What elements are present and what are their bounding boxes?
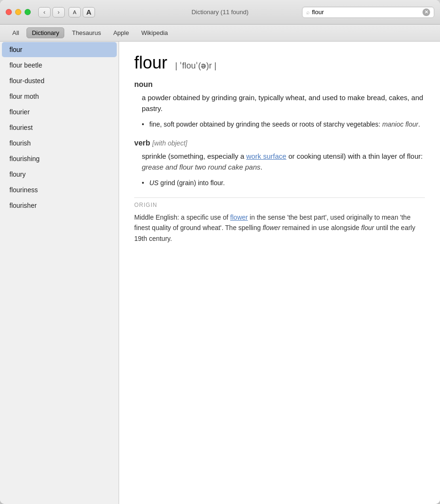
definition-noun-bullet: fine, soft powder obtained by grinding t… [149, 120, 425, 129]
sidebar-item-flour-beetle[interactable]: flour beetle [2, 58, 117, 73]
definition-verb-bullet: US grind (grain) into flour. [149, 178, 425, 188]
traffic-lights [6, 9, 31, 15]
forward-button[interactable]: › [52, 7, 65, 17]
pos-verb: verb [with object] [134, 139, 425, 147]
main-area: flour flour beetle flour-dusted flour mo… [0, 42, 440, 504]
origin-text: Middle English: a specific use of flower… [134, 212, 425, 244]
origin-label: ORIGIN [134, 202, 425, 208]
word-title: flour [134, 53, 167, 72]
noun-section: noun a powder obtained by grinding grain… [134, 80, 425, 129]
sidebar-item-flouriness[interactable]: flouriness [2, 182, 117, 197]
search-box: ⌕ ✕ [302, 7, 434, 18]
minimize-button[interactable] [15, 9, 21, 15]
clear-search-button[interactable]: ✕ [423, 9, 430, 16]
font-size-buttons: A A [69, 7, 95, 17]
titlebar: ‹ › A A Dictionary (11 found) ⌕ ✕ [0, 0, 440, 25]
tab-dictionary[interactable]: Dictionary [26, 27, 64, 38]
origin-section: ORIGIN Middle English: a specific use of… [134, 202, 425, 244]
tab-wikipedia[interactable]: Wikipedia [137, 28, 173, 38]
tab-all[interactable]: All [8, 28, 24, 38]
example-grease: grease and flour two round cake pans [142, 163, 260, 171]
word-header: flour | ˈflouˈ(ə)r | [134, 53, 425, 73]
us-label: US [149, 179, 158, 187]
tab-apple[interactable]: Apple [109, 28, 134, 38]
definition-noun-main: a powder obtained by grinding grain, typ… [142, 93, 425, 114]
sidebar-item-flour-dusted[interactable]: flour-dusted [2, 73, 117, 88]
window-title: Dictionary (11 found) [191, 9, 249, 16]
example-manioc: manioc flour [382, 120, 418, 128]
sidebar-item-flouriest[interactable]: flouriest [2, 120, 117, 135]
sidebar-item-flour-moth[interactable]: flour moth [2, 89, 117, 104]
definition-verb-main: sprinkle (something, especially a work s… [142, 151, 425, 172]
origin-flour-italic: flour [361, 224, 374, 231]
verb-section: verb [with object] sprinkle (something, … [134, 139, 425, 188]
pos-noun: noun [134, 80, 425, 89]
qualifier-with-object: [with object] [152, 139, 187, 147]
search-input[interactable] [312, 9, 423, 16]
search-wrapper: ⌕ ✕ [302, 7, 434, 18]
content-area: flour | ˈflouˈ(ə)r | noun a powder obtai… [119, 42, 440, 504]
close-button[interactable] [6, 9, 12, 15]
sidebar-item-floury[interactable]: floury [2, 167, 117, 182]
sidebar-item-flourishing[interactable]: flourishing [2, 151, 117, 166]
back-button[interactable]: ‹ [38, 7, 51, 17]
tab-thesaurus[interactable]: Thesaurus [67, 28, 105, 38]
origin-flower-italic: flower [263, 224, 280, 231]
sidebar: flour flour beetle flour-dusted flour mo… [0, 42, 119, 504]
sidebar-item-flour[interactable]: flour [2, 42, 117, 57]
section-divider [134, 197, 425, 198]
font-increase-button[interactable]: A [83, 7, 95, 17]
sidebar-item-flourish[interactable]: flourish [2, 136, 117, 151]
word-pronunciation: | ˈflouˈ(ə)r | [175, 61, 216, 70]
search-icon: ⌕ [306, 9, 310, 16]
tabs-bar: All Dictionary Thesaurus Apple Wikipedia [0, 25, 440, 42]
nav-buttons: ‹ › [38, 7, 65, 17]
font-decrease-button[interactable]: A [69, 7, 81, 17]
maximize-button[interactable] [25, 9, 31, 15]
link-work-surface[interactable]: work surface [246, 152, 286, 160]
sidebar-item-flourisher[interactable]: flourisher [2, 198, 117, 213]
sidebar-item-flourier[interactable]: flourier [2, 104, 117, 120]
app-window: ‹ › A A Dictionary (11 found) ⌕ ✕ All Di… [0, 0, 440, 504]
link-flower[interactable]: flower [230, 214, 248, 221]
